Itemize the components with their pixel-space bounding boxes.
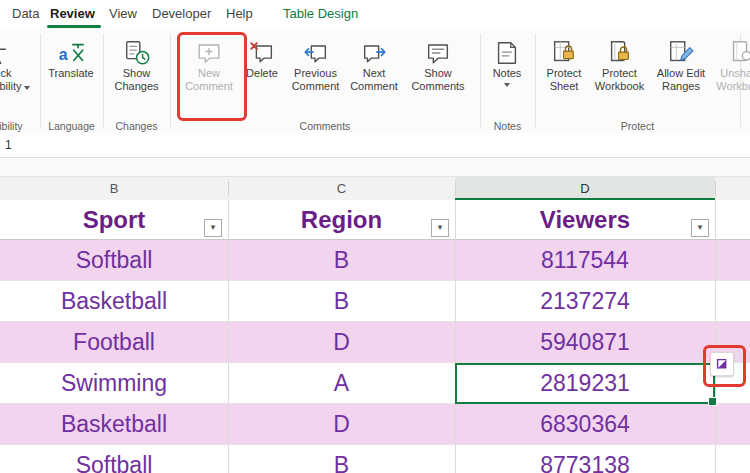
column-header-row: B C D: [0, 177, 750, 201]
button-label: Ranges: [662, 80, 700, 93]
button-label: Changes: [114, 80, 158, 93]
button-label: Comment: [350, 80, 398, 93]
button-label: Check: [0, 67, 12, 80]
group-label-notes: Notes: [480, 120, 535, 132]
show-comments-icon: [424, 35, 452, 67]
table-cell[interactable]: A: [228, 363, 455, 403]
table-row: Basketball D 6830364: [0, 404, 750, 445]
group-label-changes: Changes: [103, 120, 170, 132]
table-cell[interactable]: B: [228, 240, 455, 280]
tab-view[interactable]: View: [109, 0, 137, 28]
filter-button-region[interactable]: ▾: [431, 219, 449, 237]
group-divider: [103, 34, 104, 127]
table-cell[interactable]: Softball: [0, 445, 228, 473]
table-cell[interactable]: 6830364: [455, 404, 715, 444]
button-label: Previous: [294, 67, 337, 80]
translate-button[interactable]: a Translate: [41, 33, 101, 119]
table-row: Football D 5940871: [0, 322, 750, 363]
new-comment-button[interactable]: New Comment: [181, 33, 237, 119]
show-changes-icon: [123, 35, 151, 67]
table-cell[interactable]: 2137274: [455, 281, 715, 321]
group-label-comments: Comments: [170, 120, 480, 132]
button-label: Next: [363, 67, 386, 80]
column-header-c[interactable]: C: [228, 177, 455, 200]
button-label: Workbook: [716, 80, 750, 93]
tab-review[interactable]: Review: [50, 0, 95, 28]
next-comment-icon: [360, 35, 388, 67]
button-label: Notes: [493, 67, 522, 80]
notes-icon: [493, 35, 521, 67]
show-changes-button[interactable]: Show Changes: [105, 33, 168, 119]
chevron-down-icon: [504, 83, 510, 87]
ribbon: Check Accessibility a Translate Show Cha…: [0, 28, 750, 134]
group-divider: [535, 34, 536, 127]
translate-icon: a: [57, 35, 85, 67]
selected-cell-outline: [455, 363, 715, 404]
formula-bar-strip: [0, 159, 750, 177]
fill-handle[interactable]: [708, 397, 717, 406]
button-label: Unshare: [720, 67, 750, 80]
table-cell[interactable]: B: [228, 445, 455, 473]
table-cell[interactable]: D: [228, 322, 455, 362]
button-label: Show: [424, 67, 452, 80]
protect-sheet-button[interactable]: Protect Sheet: [538, 33, 590, 119]
button-label: Workbook: [595, 80, 644, 93]
protect-workbook-button[interactable]: Protect Workbook: [592, 33, 647, 119]
ribbon-tab-bar: Data Review View Developer Help Table De…: [0, 0, 750, 28]
tab-table-design[interactable]: Table Design: [283, 0, 358, 28]
table-header-viewers[interactable]: Viewers: [455, 200, 715, 239]
group-divider: [480, 34, 481, 127]
table-cell[interactable]: Basketball: [0, 281, 228, 321]
unshare-workbook-icon: [727, 35, 750, 67]
table-header-sport[interactable]: Sport: [0, 200, 228, 239]
filter-button-viewers[interactable]: ▾: [691, 219, 709, 237]
table-row: Softball B 8773138: [0, 445, 750, 473]
button-label: Translate: [48, 67, 93, 80]
gridline: [455, 200, 456, 473]
tab-help[interactable]: Help: [226, 0, 253, 28]
table-cell[interactable]: D: [228, 404, 455, 444]
notes-button[interactable]: Notes: [483, 33, 531, 119]
column-header-divider: [455, 181, 456, 196]
name-box[interactable]: 1: [0, 133, 750, 158]
table-cell[interactable]: 8117544: [455, 240, 715, 280]
column-header-d[interactable]: D: [455, 177, 715, 200]
filter-button-sport[interactable]: ▾: [204, 219, 222, 237]
table-header-region[interactable]: Region: [228, 200, 455, 239]
column-header-b[interactable]: B: [0, 177, 228, 200]
tab-data[interactable]: Data: [12, 0, 39, 28]
group-divider: [170, 34, 171, 127]
table-cell[interactable]: B: [228, 281, 455, 321]
chevron-down-icon: [24, 86, 30, 90]
tab-developer[interactable]: Developer: [152, 0, 211, 28]
protect-sheet-icon: [550, 35, 578, 67]
column-header-divider: [228, 181, 229, 196]
previous-comment-icon: [302, 35, 330, 67]
unshare-workbook-button[interactable]: Unshare Workbook: [710, 33, 750, 119]
table-cell[interactable]: 8773138: [455, 445, 715, 473]
table-cell[interactable]: Basketball: [0, 404, 228, 444]
previous-comment-button[interactable]: Previous Comment: [287, 33, 344, 119]
show-comments-button[interactable]: Show Comments: [405, 33, 471, 119]
table-cell[interactable]: Swimming: [0, 363, 228, 403]
table-row: Softball B 8117544: [0, 240, 750, 281]
button-label: Comment: [185, 80, 233, 93]
excel-window: Data Review View Developer Help Table De…: [0, 0, 750, 473]
delete-comment-button[interactable]: Delete: [239, 33, 285, 119]
table-header-row: Sport Region Viewers ▾ ▾ ▾: [0, 200, 750, 240]
button-label: Protect: [547, 67, 582, 80]
check-accessibility-button[interactable]: Check Accessibility: [0, 33, 38, 119]
new-comment-icon: [195, 35, 223, 67]
spreadsheet-grid: Sport Region Viewers ▾ ▾ ▾ Softball B 81…: [0, 200, 750, 473]
comment-indicator-icon[interactable]: [710, 352, 734, 376]
button-label: Accessibility: [0, 80, 30, 93]
next-comment-button[interactable]: Next Comment: [346, 33, 402, 119]
table-cell[interactable]: Softball: [0, 240, 228, 280]
table-cell[interactable]: Football: [0, 322, 228, 362]
button-label: New: [198, 67, 220, 80]
table-cell[interactable]: 5940871: [455, 322, 715, 362]
allow-edit-ranges-button[interactable]: Allow Edit Ranges: [649, 33, 713, 119]
group-label-accessibility: Accessibility: [0, 120, 34, 132]
delete-comment-icon: [248, 35, 276, 67]
button-label: Show: [123, 67, 151, 80]
